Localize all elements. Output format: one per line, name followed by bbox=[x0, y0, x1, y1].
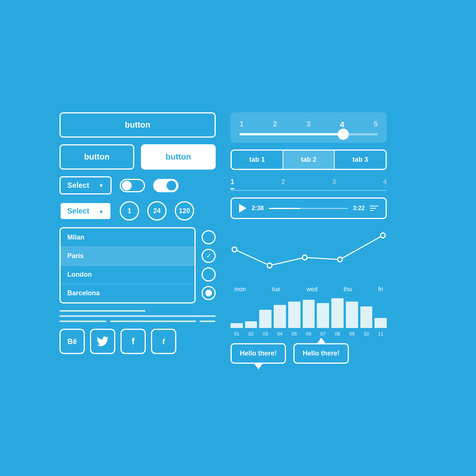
slider-num-5[interactable]: 5 bbox=[374, 120, 378, 129]
button-left[interactable]: button bbox=[60, 144, 134, 170]
bar-item-09: 09 bbox=[346, 302, 358, 337]
slider-num-3[interactable]: 3 bbox=[306, 120, 311, 129]
chart-days: mon tue wed thu fri bbox=[231, 286, 387, 293]
bars-row: 0102030405060708091011 bbox=[231, 303, 387, 337]
bar-item-02: 02 bbox=[245, 321, 257, 337]
tab-3[interactable]: tab 3 bbox=[335, 151, 386, 169]
progress-track[interactable] bbox=[269, 208, 348, 209]
bar-item-05: 05 bbox=[288, 302, 300, 337]
bar-item-06: 06 bbox=[303, 300, 315, 337]
bar-label-01: 01 bbox=[234, 331, 239, 337]
badge-24[interactable]: 24 bbox=[147, 201, 167, 221]
loading-line-3a bbox=[60, 321, 106, 322]
behance-button[interactable]: Bē bbox=[60, 329, 85, 354]
current-time: 2:38 bbox=[252, 205, 264, 212]
slider-thumb[interactable] bbox=[338, 129, 349, 140]
button-full[interactable]: button bbox=[60, 112, 216, 138]
slider-fill bbox=[239, 133, 343, 135]
stepper-2[interactable]: 2 bbox=[282, 178, 285, 189]
slider-track[interactable] bbox=[239, 133, 378, 135]
stepper-4[interactable]: 4 bbox=[383, 178, 387, 189]
select-dropdown-1[interactable]: Select ▼ bbox=[60, 176, 112, 194]
bar-fill-02 bbox=[245, 321, 257, 328]
loading-lines bbox=[60, 310, 216, 322]
tab-1[interactable]: tab 1 bbox=[232, 151, 283, 169]
tab-2[interactable]: tab 2 bbox=[283, 151, 335, 169]
menu-line-2 bbox=[370, 208, 376, 209]
toggle-on[interactable] bbox=[153, 179, 178, 192]
bar-fill-10 bbox=[360, 306, 373, 328]
radio-column: ✓ bbox=[202, 227, 216, 300]
twitter-button[interactable] bbox=[90, 329, 115, 354]
slider-num-4[interactable]: 4 bbox=[340, 120, 344, 129]
tooltips-row: Hello there! Hello there! bbox=[231, 343, 387, 364]
bar-label-02: 02 bbox=[248, 331, 254, 337]
slider-numbers: 1 2 3 4 5 bbox=[239, 120, 378, 129]
loading-line-2 bbox=[60, 315, 216, 317]
list-item-paris[interactable]: Paris bbox=[61, 247, 194, 266]
bar-fill-11 bbox=[374, 318, 387, 328]
tabs-container: tab 1 tab 2 tab 3 bbox=[231, 149, 387, 170]
line-chart bbox=[231, 229, 387, 282]
bar-item-01: 01 bbox=[231, 323, 243, 337]
select-label-1: Select bbox=[67, 181, 89, 190]
menu-icon[interactable] bbox=[370, 206, 378, 211]
bar-item-07: 07 bbox=[317, 303, 329, 337]
bar-fill-05 bbox=[288, 302, 300, 328]
bar-item-10: 10 bbox=[360, 306, 373, 337]
bar-fill-07 bbox=[317, 303, 329, 328]
button-right[interactable]: button bbox=[141, 144, 216, 170]
bar-item-08: 08 bbox=[331, 298, 344, 337]
bar-label-06: 06 bbox=[306, 331, 311, 337]
day-tue: tue bbox=[272, 286, 280, 293]
day-mon: mon bbox=[234, 286, 246, 293]
facebook-button[interactable]: f bbox=[120, 329, 146, 354]
radio-london[interactable] bbox=[202, 267, 216, 282]
list-box: Milan Paris London Barcelona bbox=[60, 227, 196, 303]
badge-120[interactable]: 120 bbox=[175, 201, 194, 221]
radio-paris[interactable]: ✓ bbox=[202, 249, 216, 263]
bar-label-03: 03 bbox=[263, 331, 268, 337]
line-chart-area: mon tue wed thu fri bbox=[231, 226, 387, 296]
stepper-container: 1 2 3 4 bbox=[231, 177, 387, 191]
radio-barcelona[interactable] bbox=[202, 286, 216, 300]
slider-num-1[interactable]: 1 bbox=[239, 120, 244, 129]
badge-1[interactable]: 1 bbox=[120, 201, 139, 221]
stepper-3[interactable]: 3 bbox=[332, 178, 336, 189]
bar-label-07: 07 bbox=[321, 331, 326, 337]
toggle-off[interactable] bbox=[120, 179, 145, 192]
button-row: button button bbox=[60, 144, 216, 170]
tumblr-button[interactable]: t bbox=[151, 329, 176, 354]
loading-line-row bbox=[60, 321, 216, 322]
tooltip-1[interactable]: Hello there! bbox=[231, 343, 286, 364]
radio-milan[interactable] bbox=[202, 230, 216, 244]
bar-item-04: 04 bbox=[274, 305, 286, 337]
list-item-barcelona[interactable]: Barcelona bbox=[61, 284, 194, 302]
svg-point-1 bbox=[267, 263, 272, 268]
chevron-down-icon: ▼ bbox=[99, 183, 104, 189]
bar-label-08: 08 bbox=[335, 331, 340, 337]
list-item-london[interactable]: London bbox=[61, 266, 194, 284]
bar-fill-09 bbox=[346, 302, 358, 328]
svg-point-3 bbox=[338, 257, 342, 262]
list-item-milan[interactable]: Milan bbox=[61, 228, 194, 247]
facebook-icon: f bbox=[132, 336, 135, 347]
play-button[interactable] bbox=[239, 204, 247, 213]
bar-label-10: 10 bbox=[364, 331, 369, 337]
progress-fill bbox=[269, 208, 300, 209]
svg-point-4 bbox=[380, 233, 385, 238]
menu-line-3 bbox=[370, 210, 374, 211]
day-fri: fri bbox=[378, 286, 383, 293]
twitter-icon bbox=[97, 337, 109, 346]
total-time: 3:22 bbox=[353, 205, 365, 212]
slider-container: 1 2 3 4 5 bbox=[231, 112, 387, 143]
day-wed: wed bbox=[306, 286, 317, 293]
controls-row: Select ▼ bbox=[60, 176, 216, 194]
tooltip-2[interactable]: Hello there! bbox=[293, 343, 349, 364]
bar-fill-06 bbox=[303, 300, 315, 328]
main-container: button button button Select ▼ Select ▲ 1 bbox=[60, 112, 416, 364]
slider-num-2[interactable]: 2 bbox=[273, 120, 277, 129]
select-dropdown-2[interactable]: Select ▲ bbox=[60, 202, 112, 220]
stepper-1[interactable]: 1 bbox=[231, 178, 234, 189]
select-badges-row: Select ▲ 1 24 120 bbox=[60, 201, 216, 221]
